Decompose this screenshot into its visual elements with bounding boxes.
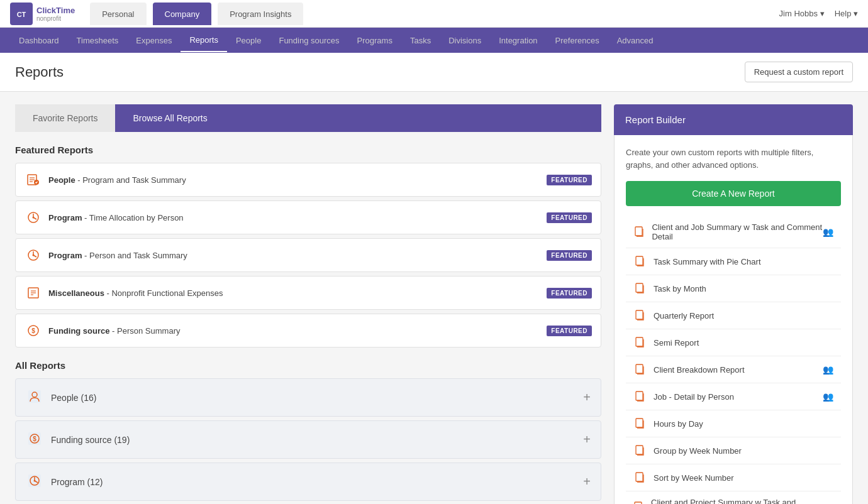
people-expand-icon [26, 388, 43, 407]
custom-report-icon-7 [633, 417, 647, 430]
custom-report-icon-3 [633, 309, 647, 322]
top-bar: CT ClickTime nonprofit Personal Company … [0, 0, 868, 28]
expand-funding-label: Funding source (19) [51, 435, 130, 445]
svg-point-10 [33, 255, 35, 256]
svg-rect-30 [635, 227, 642, 236]
custom-report-name-3: Quarterly Report [654, 311, 714, 320]
nav-tasks[interactable]: Tasks [401, 30, 440, 52]
report-builder-header: Report Builder [614, 104, 853, 135]
svg-rect-32 [636, 283, 643, 292]
svg-rect-38 [636, 446, 643, 454]
custom-report-item-2[interactable]: Task by Month [626, 275, 841, 302]
expand-people[interactable]: People (16) + [15, 378, 601, 417]
featured-badge-0: FEATURED [547, 175, 592, 185]
report-tabs: Favorite Reports Browse All Reports [15, 104, 601, 132]
left-panel: Favorite Reports Browse All Reports Feat… [15, 104, 601, 504]
custom-report-item-3[interactable]: Quarterly Report [626, 302, 841, 329]
top-bar-left: CT ClickTime nonprofit Personal Company … [10, 3, 304, 25]
svg-rect-39 [636, 473, 643, 481]
custom-report-item-8[interactable]: Group by Week Number [626, 437, 841, 464]
nav-bar: Dashboard Timesheets Expenses Reports Pe… [0, 28, 868, 53]
nav-integration[interactable]: Integration [490, 30, 546, 52]
funding-expand-icon: $ [26, 430, 43, 449]
tab-personal[interactable]: Personal [90, 3, 146, 25]
nav-timesheets[interactable]: Timesheets [68, 30, 128, 52]
custom-report-icon-10 [633, 500, 645, 504]
user-menu[interactable]: Jim Hobbs ▾ [779, 9, 825, 18]
custom-report-item-7[interactable]: Hours by Day [626, 410, 841, 437]
nav-advanced[interactable]: Advanced [608, 30, 662, 52]
svg-rect-34 [636, 337, 643, 346]
nav-funding-sources[interactable]: Funding sources [270, 30, 348, 52]
program-expand-icon [26, 472, 43, 491]
expand-plus-people: + [583, 390, 591, 405]
expand-program[interactable]: Program (12) + [15, 463, 601, 501]
svg-rect-36 [636, 392, 643, 400]
expand-program-label: Program (12) [51, 477, 103, 487]
featured-badge-1: FEATURED [547, 212, 592, 223]
expand-funding[interactable]: $ Funding source (19) + [15, 420, 601, 459]
custom-report-item-0[interactable]: Client and Job Summary w Task and Commen… [626, 216, 841, 248]
tab-company[interactable]: Company [153, 3, 212, 25]
tab-favorite-reports[interactable]: Favorite Reports [15, 104, 115, 132]
svg-rect-35 [636, 364, 643, 373]
custom-reports-list: Client and Job Summary w Task and Commen… [626, 216, 841, 504]
custom-report-name-1: Task Summary with Pie Chart [654, 257, 761, 266]
custom-report-name-10: Client and Project Summary w Task and Co… [651, 498, 833, 504]
custom-report-icon-1 [633, 255, 647, 268]
custom-report-name-5: Client Breakdown Report [654, 365, 745, 375]
featured-report-program-time-alloc[interactable]: Program - Time Allocation by Person FEAT… [15, 200, 601, 234]
help-menu[interactable]: Help ▾ [835, 9, 858, 18]
logo-icon: CT [10, 3, 33, 25]
custom-report-item-1[interactable]: Task Summary with Pie Chart [626, 248, 841, 275]
custom-report-item-5[interactable]: Client Breakdown Report 👥 [626, 356, 841, 383]
custom-report-icon-8 [633, 444, 647, 457]
featured-badge-2: FEATURED [547, 250, 592, 261]
featured-report-funding-person[interactable]: $ Funding source - Person Summary FEATUR… [15, 314, 601, 348]
nav-reports[interactable]: Reports [181, 29, 227, 52]
custom-report-item-4[interactable]: Semi Report [626, 329, 841, 356]
custom-report-item-9[interactable]: Sort by Week Number [626, 464, 841, 491]
nav-programs[interactable]: Programs [348, 30, 401, 52]
featured-report-misc-nonprofit[interactable]: Miscellaneous - Nonprofit Functional Exp… [15, 276, 601, 310]
nav-dashboard[interactable]: Dashboard [10, 30, 68, 52]
builder-description: Create your own custom reports with mult… [626, 146, 841, 171]
nav-expenses[interactable]: Expenses [127, 30, 181, 52]
custom-report-item-6[interactable]: Job - Detail by Person 👥 [626, 383, 841, 410]
logo-text: ClickTime nonprofit [36, 6, 75, 22]
expand-plus-funding: + [583, 432, 591, 447]
nav-divisions[interactable]: Divisions [440, 30, 490, 52]
tab-browse-all-reports[interactable]: Browse All Reports [115, 104, 601, 132]
program-report-icon-1 [25, 209, 42, 226]
svg-point-8 [33, 217, 35, 219]
svg-rect-31 [636, 256, 643, 265]
create-new-report-button[interactable]: Create A New Report [626, 181, 841, 206]
logo: CT ClickTime nonprofit [10, 3, 75, 25]
custom-report-icon-6 [633, 390, 647, 403]
featured-badge-3: FEATURED [547, 288, 592, 299]
custom-report-name-0: Client and Job Summary w Task and Commen… [652, 222, 823, 241]
featured-report-program-person-task[interactable]: Program - Person and Task Summary FEATUR… [15, 238, 601, 272]
funding-report-icon: $ [25, 322, 42, 339]
svg-text:CT: CT [17, 11, 26, 18]
custom-report-icon-9 [633, 471, 647, 485]
custom-report-name-7: Hours by Day [654, 419, 703, 429]
nav-preferences[interactable]: Preferences [547, 30, 608, 52]
report-builder-body: Create your own custom reports with mult… [614, 135, 853, 504]
featured-badge-4: FEATURED [547, 326, 592, 336]
svg-point-24 [34, 480, 36, 482]
request-custom-report-button[interactable]: Request a custom report [745, 62, 853, 82]
shared-icon-5: 👥 [823, 364, 833, 375]
expand-people-label: People (16) [51, 393, 96, 403]
featured-report-people-program-task[interactable]: People - Program and Task Summary FEATUR… [15, 163, 601, 197]
custom-report-name-4: Semi Report [654, 338, 699, 348]
top-bar-right: Jim Hobbs ▾ Help ▾ [779, 9, 858, 18]
custom-report-item-10[interactable]: Client and Project Summary w Task and Co… [626, 491, 841, 504]
report-builder-panel: Report Builder Create your own custom re… [614, 104, 853, 504]
program-report-icon-2 [25, 246, 42, 264]
page-header: Reports Request a custom report [0, 53, 868, 92]
tab-program-insights[interactable]: Program Insights [218, 3, 303, 25]
nav-people[interactable]: People [227, 30, 270, 52]
svg-rect-33 [636, 310, 643, 319]
expand-plus-program: + [583, 474, 591, 489]
